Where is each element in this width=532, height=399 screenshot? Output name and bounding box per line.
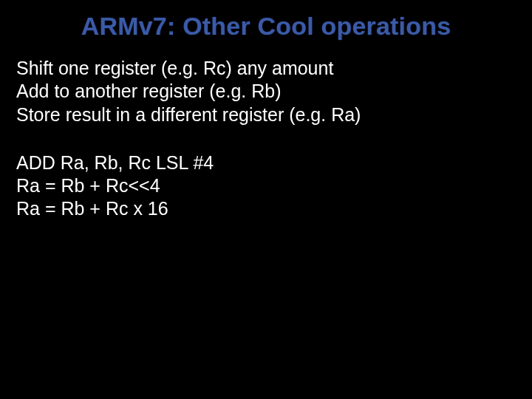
text-line: Ra = Rb + Rc<<4	[16, 174, 516, 197]
slide-title: ARMv7: Other Cool operations	[0, 0, 532, 57]
text-line: ADD Ra, Rb, Rc LSL #4	[16, 151, 516, 174]
text-line: Store result in a different register (e.…	[16, 103, 516, 126]
example-block: ADD Ra, Rb, Rc LSL #4 Ra = Rb + Rc<<4 Ra…	[16, 151, 516, 221]
description-block: Shift one register (e.g. Rc) any amount …	[16, 57, 516, 126]
text-line: Ra = Rb + Rc x 16	[16, 197, 516, 220]
text-line: Shift one register (e.g. Rc) any amount	[16, 57, 516, 80]
text-line: Add to another register (e.g. Rb)	[16, 80, 516, 103]
slide-body: Shift one register (e.g. Rc) any amount …	[0, 57, 532, 221]
slide: ARMv7: Other Cool operations Shift one r…	[0, 0, 532, 399]
